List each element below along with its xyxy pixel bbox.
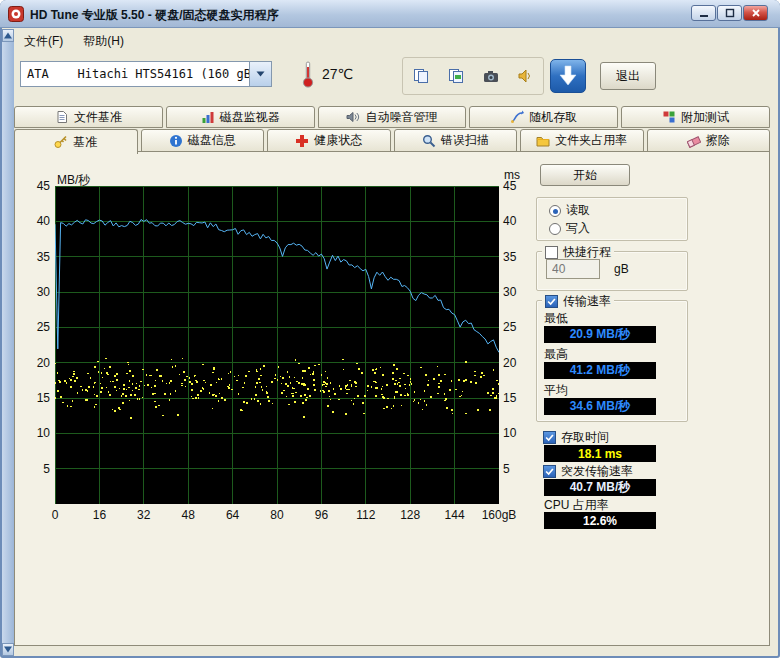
erase-icon <box>687 134 701 148</box>
tab-label: 磁盘监视器 <box>220 109 280 126</box>
tab-erase[interactable]: 擦除 <box>647 129 771 152</box>
arrow-up-icon <box>3 31 13 40</box>
error-scan-magnifier-icon <box>422 134 436 148</box>
start-button-label: 开始 <box>573 167 597 184</box>
disk-info-icon <box>169 134 183 148</box>
min-label: 最低 <box>544 310 568 327</box>
folder-usage-icon <box>536 134 550 148</box>
tab-row-top: 文件基准 磁盘监视器 自动噪音管理 随机存取 <box>14 106 770 128</box>
minimize-button[interactable] <box>691 5 716 21</box>
access-time-checkbox[interactable]: 存取时间 <box>540 429 612 446</box>
download-button[interactable] <box>550 59 586 93</box>
tab-label: 自动噪音管理 <box>365 109 437 126</box>
burst-rate-checkbox-box <box>543 465 556 478</box>
temperature-label: 27℃ <box>322 66 353 82</box>
title-bar[interactable]: HD Tune 专业版 5.50 - 硬盘/固态硬盘实用程序 <box>0 0 780 28</box>
min-value: 20.9 MB/秒 <box>544 326 656 343</box>
max-value: 41.2 MB/秒 <box>544 362 656 379</box>
check-icon <box>546 296 557 307</box>
tab-health[interactable]: 健康状态 <box>267 129 391 152</box>
scroll-up-button[interactable] <box>2 29 14 42</box>
tab-label: 随机存取 <box>529 109 577 126</box>
camera-icon <box>483 68 499 84</box>
tab-random-access[interactable]: 随机存取 <box>469 106 618 128</box>
left-scrollbar[interactable] <box>2 29 14 656</box>
tab-folder-usage[interactable]: 文件夹占用率 <box>520 129 644 152</box>
copy-image-button[interactable] <box>441 61 471 91</box>
window-title: HD Tune 专业版 5.50 - 硬盘/固态硬盘实用程序 <box>30 7 278 24</box>
transfer-rate-checkbox[interactable]: 传输速率 <box>542 293 614 310</box>
tab-label: 错误扫描 <box>441 132 489 149</box>
access-time-value: 18.1 ms <box>544 445 656 462</box>
shortstroke-unit-label: gB <box>614 262 629 276</box>
tab-error-scan[interactable]: 错误扫描 <box>394 129 518 152</box>
tab-label: 磁盘信息 <box>188 132 236 149</box>
benchmark-key-icon <box>54 135 68 149</box>
maximize-icon <box>724 7 736 19</box>
scroll-down-button[interactable] <box>2 643 14 656</box>
max-label: 最高 <box>544 346 568 363</box>
copy-icon <box>413 68 429 84</box>
copy-image-icon <box>448 68 464 84</box>
read-radio[interactable]: 读取 <box>546 202 593 219</box>
tab-auto-acoustic[interactable]: 自动噪音管理 <box>318 106 467 128</box>
screenshot-button[interactable] <box>476 61 506 91</box>
exit-button-label: 退出 <box>616 68 640 85</box>
check-icon <box>544 432 555 443</box>
tab-label: 文件夹占用率 <box>555 132 627 149</box>
start-button[interactable]: 开始 <box>540 164 630 186</box>
tab-disk-info[interactable]: 磁盘信息 <box>141 129 265 152</box>
maximize-button[interactable] <box>717 5 742 21</box>
avg-label: 平均 <box>544 382 568 399</box>
y-axis-unit-right: ms <box>504 168 520 182</box>
read-radio-label: 读取 <box>566 202 590 219</box>
tab-row-bottom: 基准 磁盘信息 健康状态 错误扫描 <box>14 129 770 152</box>
tab-file-benchmark[interactable]: 文件基准 <box>14 106 163 128</box>
close-icon <box>750 7 762 19</box>
extra-tests-icon <box>662 110 676 124</box>
app-icon <box>8 6 24 22</box>
disk-monitor-icon <box>201 110 215 124</box>
thermometer-icon <box>300 59 316 89</box>
menu-item-help[interactable]: 帮助(H) <box>73 29 134 54</box>
exit-button[interactable]: 退出 <box>600 62 656 90</box>
tab-disk-monitor[interactable]: 磁盘监视器 <box>166 106 315 128</box>
transfer-rate-checkbox-box <box>545 295 558 308</box>
benchmark-chart <box>55 186 499 504</box>
tab-extra-tests[interactable]: 附加测试 <box>621 106 770 128</box>
cpu-usage-value: 12.6% <box>544 512 656 529</box>
menu-bar: 文件(F) 帮助(H) <box>14 29 778 53</box>
app-window: HD Tune 专业版 5.50 - 硬盘/固态硬盘实用程序 文件(F) 帮助(… <box>0 0 780 658</box>
tab-label: 附加测试 <box>681 109 729 126</box>
burst-rate-value: 40.7 MB/秒 <box>544 479 656 496</box>
menu-item-file[interactable]: 文件(F) <box>14 29 73 54</box>
minimize-icon <box>698 7 710 19</box>
toolbar-icon-group <box>402 57 544 95</box>
tab-label: 擦除 <box>706 132 730 149</box>
access-time-checkbox-box <box>543 431 556 444</box>
random-access-icon <box>510 110 524 124</box>
shortstroke-checkbox-box <box>545 246 558 259</box>
read-radio-circle <box>549 205 561 217</box>
chevron-down-icon <box>256 71 265 77</box>
tab-benchmark[interactable]: 基准 <box>14 129 138 154</box>
copy-text-button[interactable] <box>406 61 436 91</box>
drive-select[interactable]: ATA Hitachi HTS54161 (160 gB) <box>20 61 272 87</box>
shortstroke-input[interactable] <box>546 259 600 279</box>
acoustic-button[interactable] <box>511 61 541 91</box>
check-icon <box>544 466 555 477</box>
y-axis-unit-left: MB/秒 <box>57 172 90 189</box>
drive-select-arrow[interactable] <box>249 62 271 86</box>
close-button[interactable] <box>743 5 768 21</box>
file-benchmark-icon <box>55 110 69 124</box>
drive-select-value: ATA Hitachi HTS54161 (160 gB) <box>21 62 249 86</box>
burst-rate-checkbox[interactable]: 突发传输速率 <box>540 463 636 480</box>
write-radio-circle <box>549 223 561 235</box>
write-radio[interactable]: 写入 <box>546 220 593 237</box>
transfer-rate-label: 传输速率 <box>563 293 611 310</box>
tab-label: 文件基准 <box>74 109 122 126</box>
download-arrow-icon <box>558 65 578 87</box>
speaker-icon <box>518 68 534 84</box>
health-cross-icon <box>295 134 309 148</box>
burst-rate-label: 突发传输速率 <box>561 463 633 480</box>
